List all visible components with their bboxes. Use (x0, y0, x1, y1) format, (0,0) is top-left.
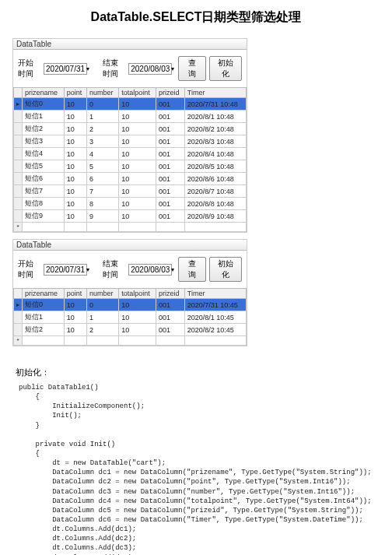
end-date-input[interactable]: 2020/08/03▾ (128, 63, 172, 75)
col-header[interactable]: prizeid (156, 88, 185, 98)
cell[interactable]: 001 (156, 123, 185, 135)
chevron-down-icon[interactable]: ▾ (171, 266, 174, 273)
cell[interactable]: 10 (119, 148, 156, 160)
data-grid-top[interactable]: prizename point number totalpoint prizei… (13, 87, 247, 232)
cell[interactable]: 10 (119, 324, 156, 336)
cell[interactable]: 10 (119, 111, 156, 123)
cell[interactable]: 6 (86, 173, 118, 185)
cell[interactable]: 1 (86, 311, 118, 324)
cell[interactable]: 短信2 (23, 324, 65, 336)
cell[interactable]: 2020/8/2 10:48 (184, 123, 246, 135)
cell[interactable]: 2020/8/7 10:48 (184, 185, 246, 198)
table-row[interactable]: 短信8108100012020/8/8 10:48 (14, 198, 247, 210)
cell[interactable]: 10 (64, 160, 86, 173)
cell[interactable]: 2020/7/31 10:45 (184, 299, 246, 311)
cell[interactable]: 001 (156, 311, 185, 324)
start-date-input[interactable]: 2020/07/31▾ (44, 264, 87, 276)
cell[interactable]: 10 (119, 123, 156, 135)
col-header[interactable]: prizename (23, 289, 65, 299)
data-grid-bottom[interactable]: prizename point number totalpoint prizei… (13, 288, 247, 346)
cell[interactable]: 10 (119, 135, 156, 148)
col-header[interactable]: point (64, 289, 86, 299)
cell[interactable]: 10 (64, 185, 86, 198)
cell[interactable]: 10 (119, 210, 156, 223)
table-row[interactable]: 短信6106100012020/8/6 10:48 (14, 173, 247, 185)
cell[interactable]: 2020/8/4 10:48 (184, 148, 246, 160)
cell[interactable]: 9 (86, 210, 118, 223)
table-row[interactable]: * (14, 336, 247, 346)
col-header[interactable]: Timer (184, 88, 246, 98)
cell[interactable]: 001 (156, 299, 185, 311)
table-row[interactable]: ▸短信0100100012020/7/31 10:45 (14, 299, 247, 311)
cell[interactable]: 10 (119, 185, 156, 198)
cell[interactable]: 2 (86, 123, 118, 135)
cell[interactable]: 短信2 (23, 123, 65, 135)
cell[interactable]: 7 (86, 185, 118, 198)
cell[interactable]: 10 (64, 148, 86, 160)
cell[interactable]: 001 (156, 198, 185, 210)
cell[interactable]: 2 (86, 324, 118, 336)
table-row[interactable]: 短信2102100012020/8/2 10:48 (14, 123, 247, 135)
query-button[interactable]: 查询 (178, 257, 206, 282)
init-button[interactable]: 初始化 (209, 257, 242, 282)
table-row[interactable]: 短信2102100012020/8/2 10:45 (14, 324, 247, 336)
cell[interactable]: 10 (64, 123, 86, 135)
cell[interactable]: 001 (156, 148, 185, 160)
cell[interactable]: 10 (119, 173, 156, 185)
cell[interactable]: 10 (64, 173, 86, 185)
chevron-down-icon[interactable]: ▾ (86, 65, 89, 72)
cell[interactable]: 2020/8/3 10:48 (184, 135, 246, 148)
table-row[interactable]: 短信7107100012020/8/7 10:48 (14, 185, 247, 198)
cell[interactable]: 10 (119, 198, 156, 210)
cell[interactable]: 短信5 (23, 160, 65, 173)
col-header[interactable]: prizeid (156, 289, 185, 299)
cell[interactable]: 3 (86, 135, 118, 148)
table-row[interactable]: 短信9109100012020/8/9 10:48 (14, 210, 247, 223)
cell[interactable]: 10 (64, 198, 86, 210)
cell[interactable]: 4 (86, 148, 118, 160)
cell[interactable]: 0 (86, 299, 118, 311)
cell[interactable]: 2020/8/2 10:45 (184, 324, 246, 336)
cell[interactable]: 短信3 (23, 135, 65, 148)
col-header[interactable]: Timer (184, 289, 246, 299)
chevron-down-icon[interactable]: ▾ (171, 65, 174, 72)
cell[interactable]: 2020/8/9 10:48 (184, 210, 246, 223)
cell[interactable]: 10 (119, 160, 156, 173)
cell[interactable]: 10 (64, 324, 86, 336)
col-header[interactable]: number (86, 289, 118, 299)
cell[interactable]: 2020/8/5 10:48 (184, 160, 246, 173)
cell[interactable]: 10 (64, 98, 86, 111)
cell[interactable]: 短信1 (23, 311, 65, 324)
col-header[interactable]: prizename (23, 88, 65, 98)
col-header[interactable]: point (64, 88, 86, 98)
cell[interactable]: 1 (86, 111, 118, 123)
cell[interactable]: 10 (64, 111, 86, 123)
chevron-down-icon[interactable]: ▾ (86, 266, 89, 273)
table-row[interactable]: 短信1101100012020/8/1 10:48 (14, 111, 247, 123)
cell[interactable]: 短信4 (23, 148, 65, 160)
query-button[interactable]: 查询 (178, 56, 206, 81)
col-header[interactable]: totalpoint (119, 289, 156, 299)
cell[interactable]: 001 (156, 98, 185, 111)
cell[interactable]: 10 (64, 210, 86, 223)
cell[interactable]: 短信0 (23, 98, 65, 111)
cell[interactable]: 001 (156, 173, 185, 185)
cell[interactable]: 短信8 (23, 198, 65, 210)
cell[interactable]: 10 (119, 98, 156, 111)
cell[interactable]: 短信7 (23, 185, 65, 198)
cell[interactable]: 5 (86, 160, 118, 173)
cell[interactable]: 001 (156, 160, 185, 173)
cell[interactable]: 短信1 (23, 111, 65, 123)
cell[interactable]: 2020/8/1 10:48 (184, 111, 246, 123)
cell[interactable]: 10 (64, 311, 86, 324)
cell[interactable]: 2020/8/8 10:48 (184, 198, 246, 210)
cell[interactable]: 2020/7/31 10:48 (184, 98, 246, 111)
cell[interactable]: 10 (119, 311, 156, 324)
cell[interactable]: 2020/8/6 10:48 (184, 173, 246, 185)
cell[interactable]: 10 (119, 299, 156, 311)
cell[interactable]: 001 (156, 324, 185, 336)
cell[interactable]: 001 (156, 185, 185, 198)
cell[interactable]: 10 (64, 135, 86, 148)
cell[interactable]: 001 (156, 135, 185, 148)
table-row[interactable]: 短信3103100012020/8/3 10:48 (14, 135, 247, 148)
